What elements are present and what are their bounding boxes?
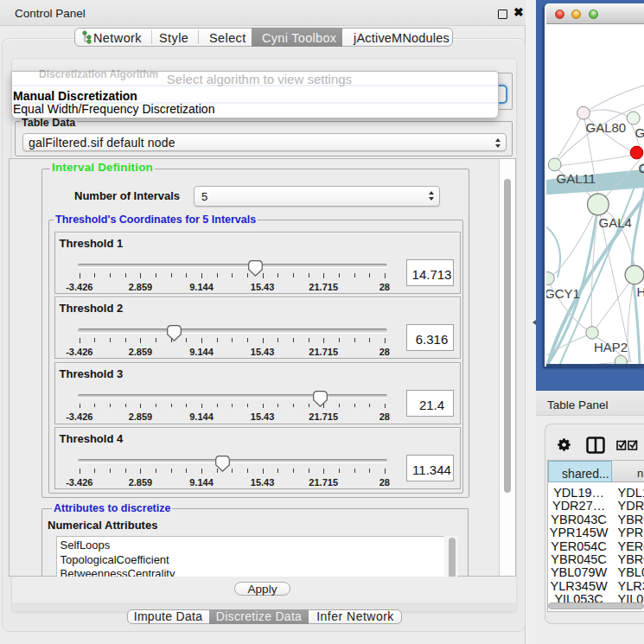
svg-text:GCY1: GCY1	[546, 285, 580, 300]
svg-text:C: C	[638, 161, 644, 175]
svg-text:HAP2: HAP2	[594, 339, 628, 354]
svg-text:GAL4: GAL4	[598, 214, 631, 229]
svg-text:H: H	[636, 284, 644, 299]
svg-text:GAL80: GAL80	[585, 119, 626, 134]
svg-text:GAL11: GAL11	[556, 170, 596, 185]
svg-text:G.: G.	[634, 124, 644, 139]
